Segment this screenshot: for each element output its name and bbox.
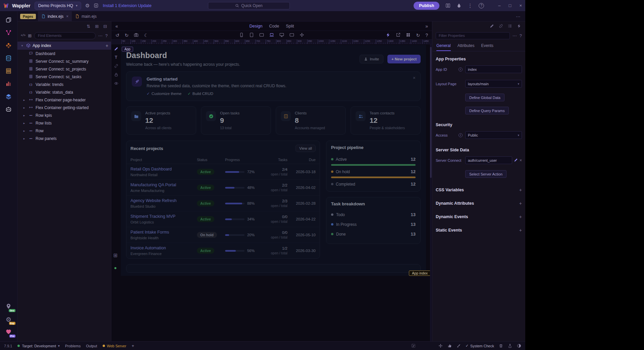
close-button[interactable]: × xyxy=(519,3,522,8)
database-icon[interactable] xyxy=(3,53,15,64)
find-elements-input[interactable] xyxy=(34,32,96,39)
edit-props-icon[interactable] xyxy=(490,24,494,29)
feedback-icon[interactable] xyxy=(447,343,452,348)
help-icon[interactable]: ? xyxy=(479,3,484,8)
table-row[interactable]: Invoice Automation Evergreen Finance Act… xyxy=(126,243,320,258)
props-tab-events[interactable]: Events xyxy=(481,41,493,51)
expand-all-icon[interactable]: ⊞ xyxy=(95,24,99,29)
add-icon[interactable]: + xyxy=(519,187,522,193)
canvas-scrollbar[interactable] xyxy=(430,44,432,341)
assistant-icon[interactable] xyxy=(3,104,15,115)
settings-gear-icon[interactable]: ⚙ xyxy=(85,3,90,8)
tree-item[interactable]: ▸ ••• Row panels xyxy=(17,135,111,142)
chevron-down-icon[interactable]: ▾ xyxy=(20,44,24,47)
props-section-static-events[interactable]: Static Events + xyxy=(436,223,522,237)
app-id-input[interactable] xyxy=(465,65,522,73)
layout-columns-icon[interactable] xyxy=(445,3,450,8)
tree-item[interactable]: { } Variable: trends xyxy=(17,81,111,88)
access-select[interactable]: Public ▾ xyxy=(465,131,522,139)
scrollbar-thumb[interactable] xyxy=(430,47,432,178)
text-tool-icon[interactable]: T xyxy=(115,55,117,60)
grid-guides-icon[interactable] xyxy=(406,33,411,38)
server-connect-input[interactable] xyxy=(465,156,512,164)
cleanup-icon[interactable] xyxy=(457,343,461,348)
sort-icon[interactable]: ⇅ xyxy=(87,24,90,29)
device-tablet-landscape-icon[interactable] xyxy=(259,33,264,38)
tree-item[interactable]: Server Connect: sc_tasks xyxy=(17,73,111,81)
tree-item[interactable]: ▸ ••• Row lists xyxy=(17,119,111,127)
open-browser-icon[interactable] xyxy=(396,33,400,38)
close-icon[interactable]: × xyxy=(413,75,416,81)
tree-expander-icon[interactable]: ▸ xyxy=(22,98,26,102)
charts-icon[interactable] xyxy=(3,79,15,90)
undo-icon[interactable]: ↺ xyxy=(115,33,119,38)
invite-button[interactable]: Invite xyxy=(360,55,383,63)
tab-overflow-icon[interactable]: ⋯ xyxy=(516,14,523,19)
add-panel-icon[interactable]: + xyxy=(131,343,134,348)
tree-expander-icon[interactable]: ▸ xyxy=(22,137,26,140)
tree-expander-icon[interactable]: ▸ xyxy=(22,129,26,133)
info-icon[interactable]: i xyxy=(459,67,463,71)
problems-toggle[interactable]: Problems xyxy=(65,344,80,348)
props-list-icon[interactable] xyxy=(508,24,512,29)
project-link[interactable]: Patient Intake Forms xyxy=(130,230,197,235)
dark-mode-icon[interactable]: ☾ xyxy=(144,33,148,38)
view-mode-code[interactable]: Code xyxy=(269,24,279,29)
tree-item[interactable]: ▸ ••• Row kpis xyxy=(17,111,111,119)
clear-action-icon[interactable]: × xyxy=(520,158,522,163)
pin-icon[interactable]: Geo xyxy=(3,301,15,312)
view-mode-design[interactable]: Design xyxy=(249,24,262,29)
table-row[interactable]: Patient Intake Forms Brightside Health O… xyxy=(126,227,320,243)
quick-open-button[interactable]: Quick Open xyxy=(208,2,290,9)
link-tool-icon[interactable] xyxy=(114,63,118,68)
table-row[interactable]: Retail Ops Dashboard Northwind Retail Ac… xyxy=(126,164,320,180)
collapse-all-icon[interactable]: ⊟ xyxy=(103,24,107,29)
props-help-icon[interactable]: ? xyxy=(520,33,522,38)
props-tab-attributes[interactable]: Attributes xyxy=(458,41,475,51)
device-phone-icon[interactable] xyxy=(239,33,244,38)
project-link[interactable]: Retail Ops Dashboard xyxy=(130,167,197,171)
panel-help-icon[interactable]: ? xyxy=(105,33,108,38)
structure-grid-icon[interactable]: ⊞ xyxy=(28,33,32,38)
editor-tab[interactable]: index.ejs × xyxy=(38,11,72,21)
grid-toggle-icon[interactable]: ⊞ xyxy=(113,252,118,258)
tree-item[interactable]: Dashboard xyxy=(17,50,111,57)
table-row[interactable]: Manufacturing QA Portal Acme Manufacturi… xyxy=(126,180,320,196)
define-global-data-button[interactable]: Define Global Data xyxy=(465,94,504,101)
trash-icon[interactable] xyxy=(499,343,503,348)
panel-options-icon[interactable]: ⋯ xyxy=(98,33,103,38)
refresh-icon[interactable]: ↻ xyxy=(416,33,420,38)
gear-icon[interactable]: ⚙ Exp xyxy=(3,314,15,325)
unlink-icon[interactable] xyxy=(499,24,503,29)
heart-icon[interactable]: Pro xyxy=(3,327,15,338)
info-icon[interactable]: i xyxy=(459,133,463,137)
selected-element-chip[interactable]: App xyxy=(122,47,133,52)
project-link[interactable]: Manufacturing QA Portal xyxy=(130,183,197,187)
server-icon[interactable] xyxy=(3,66,15,77)
maximize-button[interactable]: □ xyxy=(509,3,512,8)
add-icon[interactable]: + xyxy=(519,228,522,233)
tree-item[interactable]: Server Connect: sc_projects xyxy=(17,65,111,73)
tab-close-icon[interactable]: × xyxy=(66,14,68,19)
tree-root-app-index[interactable]: ▾ App index + xyxy=(17,42,111,50)
dynamic-data-bolt-icon[interactable] xyxy=(386,33,390,38)
output-toggle[interactable]: Output xyxy=(86,344,97,348)
redo-icon[interactable]: ↻ xyxy=(125,33,129,38)
components-icon[interactable] xyxy=(3,40,15,52)
collapse-right-icon[interactable]: » xyxy=(294,23,428,29)
pages-badge[interactable]: Pages xyxy=(20,14,36,19)
tree-item[interactable]: ▸ Flex Container getting-started xyxy=(17,104,111,111)
add-element-icon[interactable]: + xyxy=(106,43,108,48)
filter-properties-input[interactable] xyxy=(436,32,510,39)
props-section-dynamic-attributes[interactable]: Dynamic Attributes + xyxy=(436,197,522,210)
screenshot-icon[interactable] xyxy=(134,33,139,38)
project-selector[interactable]: Demo Projects HQ ▾ xyxy=(35,2,81,10)
table-row[interactable]: Agency Website Refresh Bluebird Studio A… xyxy=(126,196,320,211)
publish-button[interactable]: Publish xyxy=(414,2,439,10)
tree-expander-icon[interactable]: ▸ xyxy=(22,121,26,125)
add-icon[interactable]: + xyxy=(519,201,522,206)
view-mode-split[interactable]: Split xyxy=(286,24,294,29)
web-server-toggle[interactable]: Web Server xyxy=(103,344,126,348)
theme-drop-icon[interactable] xyxy=(457,3,462,8)
device-desktop-icon[interactable] xyxy=(279,33,284,38)
